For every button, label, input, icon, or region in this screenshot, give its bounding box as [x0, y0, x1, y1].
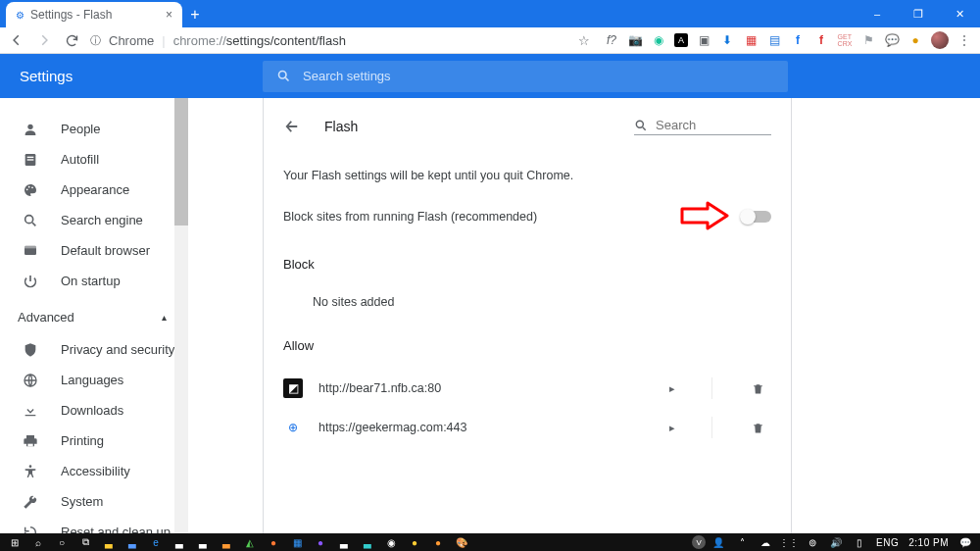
bookmark-star-icon[interactable]: ☆ — [578, 33, 590, 48]
sidebar-item-privacy[interactable]: Privacy and security — [0, 334, 188, 365]
block-flash-toggle[interactable] — [742, 211, 771, 223]
site-url: https://geekermag.com:443 — [318, 421, 647, 434]
ext-a-icon[interactable]: A — [674, 33, 688, 47]
ext-download-icon[interactable]: ⬇ — [719, 32, 735, 48]
back-button[interactable] — [8, 31, 25, 49]
ext-square-icon[interactable]: ▣ — [696, 32, 711, 48]
origin-label: Chrome — [109, 33, 154, 48]
reload-button[interactable] — [63, 31, 80, 49]
sidebar-item-autofill[interactable]: Autofill — [0, 144, 188, 175]
tb-edge-icon[interactable]: e — [145, 533, 167, 551]
page-search-input[interactable] — [656, 118, 771, 132]
site-delete-button[interactable] — [752, 382, 771, 395]
tray-up-icon[interactable]: ˄ — [731, 533, 753, 551]
allow-site-row[interactable]: ◩ http://bear71.nfb.ca:80 ▸ — [264, 369, 791, 408]
tb-yellow-icon[interactable]: ● — [404, 533, 425, 551]
settings-main: Flash Your Flash settings will be kept u… — [188, 98, 980, 533]
sidebar-item-accessibility[interactable]: Accessibility — [0, 456, 188, 486]
ext-cookie-icon[interactable]: ● — [907, 32, 923, 48]
back-arrow-button[interactable] — [283, 118, 301, 135]
forward-button[interactable] — [35, 31, 53, 49]
tb-paint-icon[interactable]: 🎨 — [451, 533, 472, 551]
tb-bag-icon[interactable]: ▃ — [333, 533, 355, 551]
tb-orange-icon[interactable]: ● — [427, 533, 449, 551]
site-detail-button[interactable]: ▸ — [662, 422, 682, 434]
ext-speech-icon[interactable]: 💬 — [884, 32, 900, 48]
omnibox[interactable]: ⓘ Chrome | chrome://settings/content/fla… — [90, 33, 568, 48]
ext-get-crx-icon[interactable]: GETCRX — [837, 32, 853, 48]
settings-search-input[interactable] — [303, 69, 774, 83]
tray-net-icon[interactable]: ⋮⋮ — [778, 533, 800, 551]
ext-red-box-icon[interactable]: ▦ — [743, 32, 759, 48]
site-info-icon[interactable]: ⓘ — [90, 33, 101, 48]
svg-rect-12 — [27, 443, 32, 446]
tb-firefox-icon[interactable]: ● — [263, 533, 284, 551]
tb-teal-icon[interactable]: ▃ — [357, 533, 378, 551]
site-favicon-icon: ⊕ — [283, 418, 303, 437]
settings-content: People Autofill Appearance Search engine… — [0, 98, 980, 533]
tb-ads-icon[interactable]: ◭ — [239, 533, 261, 551]
ext-flag-icon[interactable]: ⚑ — [860, 32, 876, 48]
tb-word-icon[interactable]: ▃ — [216, 533, 237, 551]
profile-avatar[interactable] — [931, 31, 949, 49]
menu-icon[interactable]: ⋮ — [956, 32, 972, 48]
svg-point-8 — [25, 215, 33, 223]
flash-settings-card: Flash Your Flash settings will be kept u… — [263, 98, 792, 533]
tab-close-icon[interactable]: × — [166, 8, 172, 22]
sidebar-advanced-toggle[interactable]: Advanced▴ — [0, 302, 188, 332]
tray-notifications-icon[interactable]: 💬 — [955, 533, 976, 551]
sidebar-item-languages[interactable]: Languages — [0, 365, 188, 395]
allow-site-list: ◩ http://bear71.nfb.ca:80 ▸ ⊕ https://ge… — [264, 369, 791, 447]
block-flash-toggle-label: Block sites from running Flash (recommen… — [283, 210, 742, 224]
tray-clock[interactable]: 2:10 PM — [908, 537, 949, 548]
site-detail-button[interactable]: ▸ — [662, 382, 682, 395]
sidebar-item-default-browser[interactable]: Default browser — [0, 235, 188, 266]
ext-facebook-icon[interactable]: f — [790, 32, 806, 48]
tray-wifi-icon[interactable]: ⊚ — [802, 533, 823, 551]
tb-explorer-icon[interactable]: ▃ — [98, 533, 120, 551]
sidebar-item-downloads[interactable]: Downloads — [0, 395, 188, 426]
tb-app-icon[interactable]: ▃ — [192, 533, 214, 551]
svg-point-13 — [29, 465, 32, 468]
allow-section-heading: Allow — [264, 338, 791, 353]
ext-camera-icon[interactable]: 📷 — [627, 32, 643, 48]
tb-ff2-icon[interactable]: ● — [310, 533, 331, 551]
sidebar-item-people[interactable]: People — [0, 114, 188, 144]
sidebar-item-appearance[interactable]: Appearance — [0, 175, 188, 205]
tray-language[interactable]: ENG — [876, 537, 899, 548]
page-search[interactable] — [634, 118, 771, 135]
ext-red-f-icon[interactable]: f — [813, 32, 829, 48]
close-button[interactable]: ✕ — [939, 0, 980, 27]
maximize-button[interactable]: ❐ — [898, 0, 939, 27]
scrollbar-thumb[interactable] — [174, 98, 188, 225]
svg-rect-4 — [27, 159, 34, 160]
sidebar-item-printing[interactable]: Printing — [0, 426, 188, 456]
ext-news-icon[interactable]: ▤ — [766, 32, 782, 48]
settings-search[interactable] — [263, 61, 788, 92]
tb-mail-icon[interactable]: ▃ — [122, 533, 143, 551]
cortana-button[interactable]: ○ — [51, 533, 73, 551]
allow-site-row[interactable]: ⊕ https://geekermag.com:443 ▸ — [264, 408, 791, 447]
ext-grammarly-icon[interactable]: ◉ — [651, 32, 666, 48]
tray-volume-icon[interactable]: 🔊 — [825, 533, 847, 551]
browser-tab[interactable]: ⚙ Settings - Flash × — [6, 2, 182, 27]
accessibility-icon — [22, 464, 39, 479]
taskview-button[interactable]: ⧉ — [74, 533, 96, 551]
sidebar-item-system[interactable]: System — [0, 486, 188, 517]
sidebar-item-on-startup[interactable]: On startup — [0, 266, 188, 296]
sidebar-item-reset[interactable]: Reset and clean up — [0, 517, 188, 533]
tb-store-icon[interactable]: ▃ — [169, 533, 190, 551]
tray-cloud-icon[interactable]: ☁ — [755, 533, 776, 551]
tb-chrome-icon[interactable]: ◉ — [380, 533, 402, 551]
sidebar-item-search-engine[interactable]: Search engine — [0, 205, 188, 235]
new-tab-button[interactable]: + — [182, 2, 208, 27]
tray-v-icon[interactable]: V — [692, 535, 706, 549]
tray-doc-icon[interactable]: ▯ — [849, 533, 870, 551]
site-delete-button[interactable] — [752, 422, 771, 434]
tb-cal-icon[interactable]: ▦ — [286, 533, 308, 551]
ext-f-question-icon[interactable]: f? — [604, 32, 619, 48]
minimize-button[interactable]: – — [857, 0, 898, 27]
tray-people-icon[interactable]: 👤 — [708, 533, 729, 551]
search-button[interactable]: ⌕ — [27, 533, 49, 551]
start-button[interactable]: ⊞ — [4, 533, 25, 551]
